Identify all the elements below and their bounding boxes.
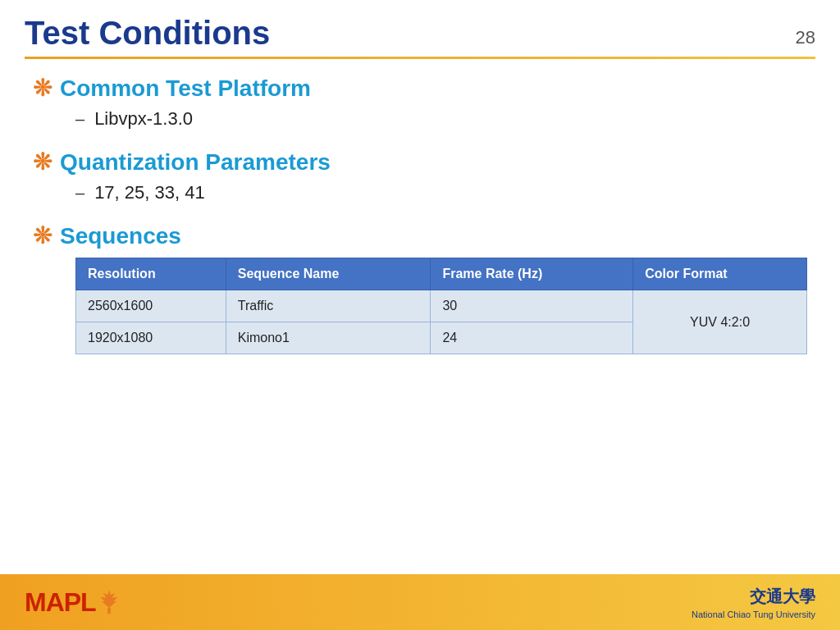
slide-number: 28 [796, 27, 815, 52]
mapl-logo: MAPL [25, 587, 121, 618]
university-english-name: National Chiao Tung University [692, 609, 815, 619]
cell-fps-2: 24 [431, 322, 633, 354]
sub-item-libvpx: – Libvpx-1.3.0 [33, 108, 807, 130]
heading-sequences: Sequences [60, 223, 181, 249]
maple-leaf-icon [98, 589, 121, 615]
bullet-heading-quant: ❊ Quantization Parameters [33, 149, 807, 176]
dash-1: – [75, 110, 84, 129]
cell-name-2: Kimono1 [226, 322, 431, 354]
page-title: Test Conditions [25, 15, 270, 52]
section-common-test-platform: ❊ Common Test Platform – Libvpx-1.3.0 [33, 75, 807, 130]
university-logo: 交通大學 National Chiao Tung University [692, 586, 815, 619]
heading-common-test-platform: Common Test Platform [60, 75, 311, 102]
cell-name-1: Traffic [226, 290, 431, 322]
sub-text-libvpx: Libvpx-1.3.0 [94, 108, 193, 130]
dash-2: – [75, 184, 84, 203]
sub-text-qp: 17, 25, 33, 41 [94, 182, 205, 203]
sequences-table: Resolution Sequence Name Frame Rate (Hz)… [75, 258, 807, 354]
content-area: ❊ Common Test Platform – Libvpx-1.3.0 ❊ … [0, 59, 840, 363]
col-header-color-format: Color Format [633, 258, 807, 290]
header: Test Conditions 28 [0, 0, 840, 57]
col-header-resolution: Resolution [76, 258, 226, 290]
heading-quantization: Quantization Parameters [60, 149, 331, 176]
footer: MAPL 交通大學 National Chiao Tung University [0, 574, 840, 630]
col-header-sequence-name: Sequence Name [226, 258, 431, 290]
cell-fps-1: 30 [431, 290, 633, 322]
bullet-heading-common: ❊ Common Test Platform [33, 75, 807, 102]
logo-text: MAPL [25, 587, 96, 618]
bullet-asterisk-1: ❊ [33, 77, 52, 100]
bullet-heading-sequences: ❊ Sequences [33, 223, 807, 249]
col-header-frame-rate: Frame Rate (Hz) [431, 258, 633, 290]
slide: Test Conditions 28 ❊ Common Test Platfor… [0, 0, 840, 630]
sub-item-qp: – 17, 25, 33, 41 [33, 182, 807, 203]
cell-color-format-merged: YUV 4:2:0 [633, 290, 807, 354]
table-header-row: Resolution Sequence Name Frame Rate (Hz)… [76, 258, 807, 290]
bullet-asterisk-2: ❊ [33, 151, 52, 174]
bullet-asterisk-3: ❊ [33, 225, 52, 248]
section-quantization: ❊ Quantization Parameters – 17, 25, 33, … [33, 149, 807, 203]
cell-resolution-1: 2560x1600 [76, 290, 226, 322]
svg-rect-0 [107, 608, 111, 614]
table-row: 2560x1600 Traffic 30 YUV 4:2:0 [76, 290, 807, 322]
cell-resolution-2: 1920x1080 [76, 322, 226, 354]
university-chinese-name: 交通大學 [692, 586, 815, 608]
section-sequences: ❊ Sequences Resolution Sequence Name Fra… [33, 223, 807, 354]
